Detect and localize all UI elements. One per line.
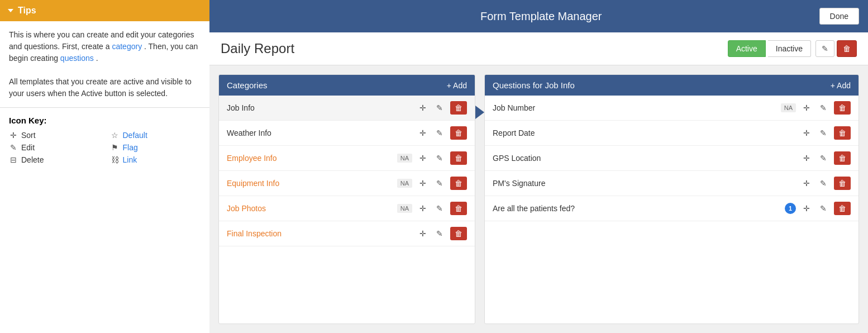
page-title: Form Template Manager [480, 10, 602, 23]
sidebar: Tips This is where you can create and ed… [0, 0, 209, 333]
icon-key-edit: ✎ Edit [9, 143, 99, 152]
category-list: Job Info ✛ ✎ 🗑 Weather Info ✛ ✎ 🗑 Employ… [219, 96, 475, 324]
link-label: Link [123, 155, 137, 164]
icon-key-section: Icon Key: ✛ Sort ☆ Default ✎ Edit ⚑ Flag… [0, 108, 209, 172]
header-row: Daily Report Active Inactive ✎ 🗑 [209, 32, 868, 65]
delete-patients-fed-button[interactable]: 🗑 [834, 202, 851, 215]
category-link[interactable]: category [112, 42, 142, 51]
question-item-gps-location: GPS Location ✛ ✎ 🗑 [485, 146, 859, 171]
report-title: Daily Report [221, 41, 294, 56]
icon-key-sort: ✛ Sort [9, 131, 99, 140]
questions-header: Questions for Job Info + Add [485, 75, 859, 96]
delete-report-date-button[interactable]: 🗑 [834, 126, 851, 140]
edit-report-button[interactable]: ✎ [815, 40, 834, 57]
category-name-job-info: Job Info [227, 103, 412, 112]
category-name-equipment-info: Equipment Info [227, 179, 393, 188]
edit-job-info-button[interactable]: ✎ [433, 102, 446, 114]
question-name-pms-signature: PM's Signature [493, 179, 796, 188]
active-button[interactable]: Active [728, 40, 766, 57]
delete-weather-info-button[interactable]: 🗑 [450, 126, 467, 140]
edit-report-date-button[interactable]: ✎ [817, 127, 829, 139]
edit-weather-info-button[interactable]: ✎ [433, 127, 446, 139]
categories-title: Categories [227, 80, 268, 90]
triangle-icon [8, 9, 13, 12]
delete-equipment-info-button[interactable]: 🗑 [450, 177, 467, 190]
top-bar: Form Template Manager Done [209, 0, 868, 32]
edit-final-inspection-button[interactable]: ✎ [433, 227, 446, 240]
tips-text-1: This is where you can create and edit yo… [9, 29, 201, 64]
delete-job-photos-button[interactable]: 🗑 [450, 202, 467, 215]
delete-label: Delete [21, 155, 44, 164]
delete-report-button[interactable]: 🗑 [837, 40, 857, 57]
tips-header: Tips [0, 0, 209, 21]
arrow-right-icon [475, 106, 484, 119]
add-sub-patients-fed-button[interactable]: ✛ [800, 202, 813, 215]
icon-key-link: ⛓ Link [111, 155, 201, 164]
delete-job-number-button[interactable]: 🗑 [834, 101, 851, 115]
delete-pms-signature-button[interactable]: 🗑 [834, 177, 851, 190]
add-question-job-info-button[interactable]: ✛ [417, 102, 429, 114]
category-name-weather-info: Weather Info [227, 129, 412, 137]
tips-body: This is where you can create and edit yo… [0, 21, 209, 108]
icon-key-title: Icon Key: [9, 116, 201, 125]
category-item-weather-info[interactable]: Weather Info ✛ ✎ 🗑 [219, 121, 475, 146]
delete-gps-location-button[interactable]: 🗑 [834, 151, 851, 165]
add-category-button[interactable]: + Add [447, 81, 467, 90]
icon-key-grid: ✛ Sort ☆ Default ✎ Edit ⚑ Flag ⊟ Delete … [9, 131, 201, 164]
category-item-job-info[interactable]: Job Info ✛ ✎ 🗑 [219, 96, 475, 121]
category-name-job-photos: Job Photos [227, 204, 393, 213]
delete-final-inspection-button[interactable]: 🗑 [450, 227, 467, 240]
header-actions: Active Inactive ✎ 🗑 [728, 40, 857, 57]
add-sub-pms-signature-button[interactable]: ✛ [800, 177, 813, 189]
content-area: Categories + Add Job Info ✛ ✎ 🗑 Weather … [209, 65, 868, 333]
arrow-connector [475, 74, 484, 324]
edit-job-number-button[interactable]: ✎ [817, 102, 829, 114]
edit-employee-info-button[interactable]: ✎ [433, 152, 446, 164]
sort-label: Sort [21, 131, 36, 140]
add-question-weather-info-button[interactable]: ✛ [417, 127, 429, 139]
main-area: Form Template Manager Done Daily Report … [209, 0, 868, 333]
flag-label: Flag [123, 143, 138, 152]
question-item-patients-fed: Are all the patients fed? 1 ✛ ✎ 🗑 [485, 196, 859, 221]
question-list: Job Number NA ✛ ✎ 🗑 Report Date ✛ ✎ 🗑 GP… [485, 96, 859, 324]
edit-pms-signature-button[interactable]: ✎ [817, 177, 829, 189]
add-sub-report-date-button[interactable]: ✛ [800, 127, 813, 139]
question-name-report-date: Report Date [493, 129, 796, 137]
na-badge-job-number: NA [781, 103, 796, 112]
add-sub-job-number-button[interactable]: ✛ [800, 102, 813, 114]
na-badge-employee-info: NA [397, 154, 412, 163]
edit-equipment-info-button[interactable]: ✎ [433, 177, 446, 189]
question-item-report-date: Report Date ✛ ✎ 🗑 [485, 121, 859, 146]
edit-label: Edit [21, 143, 35, 152]
tips-title: Tips [18, 6, 36, 16]
category-item-employee-info[interactable]: Employee Info NA ✛ ✎ 🗑 [219, 146, 475, 171]
edit-gps-location-button[interactable]: ✎ [817, 152, 829, 164]
category-item-final-inspection[interactable]: Final Inspection ✛ ✎ 🗑 [219, 221, 475, 246]
icon-key-flag: ⚑ Flag [111, 143, 201, 152]
question-item-pms-signature: PM's Signature ✛ ✎ 🗑 [485, 171, 859, 196]
na-badge-equipment-info: NA [397, 179, 412, 188]
delete-employee-info-button[interactable]: 🗑 [450, 151, 467, 165]
edit-job-photos-button[interactable]: ✎ [433, 202, 446, 215]
categories-panel: Categories + Add Job Info ✛ ✎ 🗑 Weather … [218, 74, 475, 324]
question-name-job-number: Job Number [493, 103, 776, 112]
icon-key-delete: ⊟ Delete [9, 155, 99, 164]
add-question-final-inspection-button[interactable]: ✛ [417, 227, 429, 240]
add-question-job-photos-button[interactable]: ✛ [417, 202, 429, 215]
question-name-gps-location: GPS Location [493, 154, 796, 163]
add-question-equipment-info-button[interactable]: ✛ [417, 177, 429, 189]
add-question-button[interactable]: + Add [831, 81, 851, 90]
delete-job-info-button[interactable]: 🗑 [450, 101, 467, 115]
question-item-job-number: Job Number NA ✛ ✎ 🗑 [485, 96, 859, 121]
category-name-employee-info: Employee Info [227, 154, 393, 163]
questions-link[interactable]: questions [60, 54, 94, 63]
add-question-employee-info-button[interactable]: ✛ [417, 152, 429, 164]
icon-key-default: ☆ Default [111, 131, 201, 140]
category-item-equipment-info[interactable]: Equipment Info NA ✛ ✎ 🗑 [219, 171, 475, 196]
add-sub-gps-location-button[interactable]: ✛ [800, 152, 813, 164]
category-item-job-photos[interactable]: Job Photos NA ✛ ✎ 🗑 [219, 196, 475, 221]
inactive-button[interactable]: Inactive [768, 40, 811, 57]
done-button[interactable]: Done [819, 8, 859, 25]
edit-patients-fed-button[interactable]: ✎ [817, 202, 829, 215]
categories-header: Categories + Add [219, 75, 475, 96]
